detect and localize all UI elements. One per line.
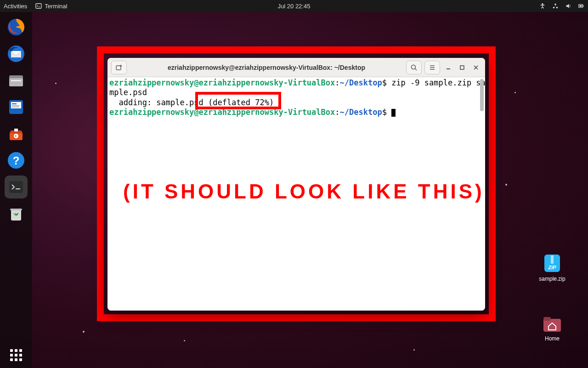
- accessibility-icon[interactable]: [539, 3, 546, 9]
- scrollbar-thumb[interactable]: [480, 79, 484, 111]
- help-icon[interactable]: ?: [5, 149, 28, 172]
- maximize-button[interactable]: [457, 62, 468, 73]
- software-icon[interactable]: [5, 122, 28, 145]
- svg-rect-24: [10, 209, 22, 210]
- close-button[interactable]: [470, 62, 481, 73]
- svg-point-2: [554, 4, 556, 6]
- prompt-colon: :: [335, 78, 339, 87]
- desktop-file-zip[interactable]: ZiP sample.zip: [534, 253, 571, 282]
- svg-rect-16: [12, 105, 19, 106]
- prompt-path: ~/Desktop: [340, 78, 382, 87]
- output-adding: adding: sample.psd: [109, 98, 208, 107]
- zip-file-icon: ZiP: [542, 253, 563, 274]
- new-tab-icon: [115, 64, 123, 71]
- svg-rect-6: [583, 5, 584, 7]
- svg-rect-7: [580, 5, 582, 7]
- svg-rect-17: [12, 107, 19, 108]
- command-text: zip -9 sample.zip sa: [387, 78, 485, 87]
- svg-point-31: [412, 65, 416, 69]
- svg-rect-29: [543, 317, 551, 321]
- svg-rect-12: [11, 80, 21, 81]
- active-app-name: Terminal: [45, 3, 67, 10]
- svg-rect-0: [36, 4, 41, 9]
- svg-text:ZiP: ZiP: [548, 265, 556, 270]
- prompt-path: ~/Desktop: [340, 108, 382, 117]
- home-folder-icon: [542, 312, 563, 334]
- volume-icon[interactable]: [565, 3, 571, 9]
- activities-button[interactable]: Activities: [4, 3, 27, 10]
- prompt-colon: :: [335, 108, 339, 117]
- thunderbird-icon[interactable]: [5, 42, 28, 65]
- svg-rect-11: [9, 78, 23, 86]
- annotation-highlight-box: [195, 92, 281, 109]
- desktop-folder-label: Home: [545, 335, 560, 342]
- svg-rect-21: [9, 181, 23, 193]
- minimize-button[interactable]: [443, 62, 454, 73]
- dock: ?: [0, 12, 32, 368]
- terminal-titlebar[interactable]: ezriahzippernowsky@ezriahzippernowsky-Vi…: [107, 58, 485, 77]
- cursor: [391, 109, 396, 117]
- svg-rect-30: [116, 66, 121, 70]
- top-panel: Activities Terminal Jul 20 22:45: [0, 0, 588, 12]
- maximize-icon: [459, 65, 465, 70]
- battery-icon[interactable]: [578, 3, 584, 9]
- svg-rect-32: [447, 68, 450, 69]
- terminal-small-icon: [35, 3, 42, 9]
- svg-rect-33: [460, 66, 464, 69]
- prompt-symbol: $: [382, 108, 387, 117]
- prompt-user: ezriahzippernowsky@ezriahzippernowsky-Vi…: [109, 78, 335, 87]
- firefox-icon[interactable]: [5, 16, 28, 39]
- desktop-home-folder[interactable]: Home: [534, 312, 571, 342]
- active-app-indicator[interactable]: Terminal: [35, 3, 67, 10]
- minimize-icon: [446, 65, 451, 70]
- hamburger-icon: [429, 64, 436, 71]
- annotation-caption: (IT SHOULD LOOK LIKE THIS): [123, 180, 485, 203]
- network-icon[interactable]: [552, 3, 559, 9]
- svg-rect-22: [16, 188, 20, 189]
- window-title: ezriahzippernowsky@ezriahzippernowsky-Vi…: [130, 64, 403, 71]
- svg-rect-26: [551, 255, 554, 264]
- apps-grid-button[interactable]: [7, 346, 25, 364]
- prompt-symbol: $: [382, 78, 387, 87]
- writer-icon[interactable]: [5, 96, 28, 119]
- svg-rect-15: [12, 103, 17, 104]
- command-wrap: mple.psd: [109, 88, 147, 97]
- new-tab-button[interactable]: [111, 61, 127, 74]
- menu-button[interactable]: [424, 61, 440, 74]
- svg-point-1: [542, 3, 543, 5]
- desktop-file-label: sample.zip: [539, 276, 565, 282]
- command-empty: [387, 108, 391, 117]
- svg-text:?: ?: [13, 154, 20, 167]
- trash-icon[interactable]: [5, 202, 28, 225]
- clock[interactable]: Jul 20 22:45: [278, 3, 311, 10]
- terminal-icon[interactable]: [5, 176, 28, 198]
- close-icon: [473, 65, 479, 70]
- files-icon[interactable]: [5, 69, 28, 92]
- search-button[interactable]: [406, 61, 422, 74]
- search-icon: [410, 64, 418, 71]
